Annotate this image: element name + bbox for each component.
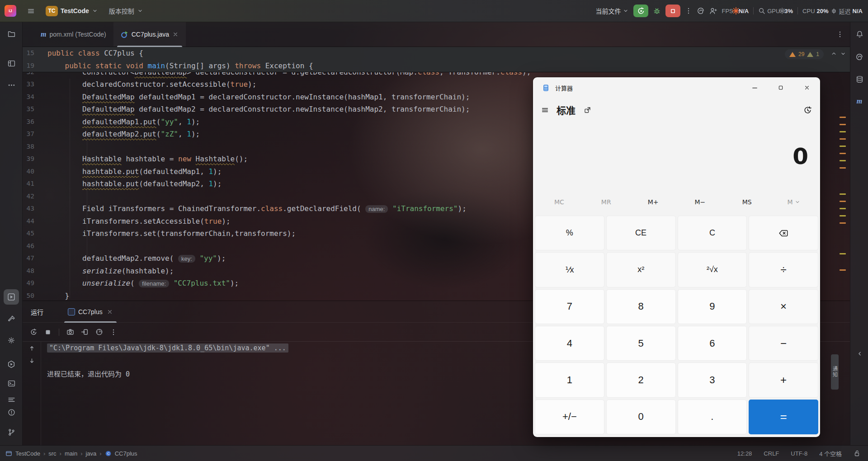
stripe-mark[interactable] bbox=[840, 131, 846, 132]
stop-button[interactable] bbox=[665, 5, 680, 17]
stripe-mark[interactable] bbox=[840, 160, 846, 161]
stripe-mark[interactable] bbox=[840, 215, 846, 216]
memory-key-m[interactable]: M bbox=[770, 194, 817, 210]
breadcrumb-item[interactable]: CC7plus bbox=[115, 450, 137, 457]
calc-key-[interactable]: % bbox=[535, 216, 604, 250]
keep-on-top-button[interactable] bbox=[580, 103, 594, 117]
calc-key-[interactable]: . bbox=[678, 400, 747, 434]
calc-key-4[interactable]: 4 bbox=[535, 326, 604, 361]
calc-key-x[interactable]: ²√x bbox=[678, 252, 747, 287]
tab-pom-xml-testcode-[interactable]: mpom.xml (TestCode) bbox=[33, 22, 113, 47]
calc-key-7[interactable]: 7 bbox=[535, 289, 604, 324]
sidebar-item-run[interactable] bbox=[4, 289, 19, 305]
sidebar-item-project[interactable] bbox=[4, 26, 19, 42]
memory-key-ms[interactable]: MS bbox=[723, 194, 770, 210]
run-console-tab[interactable]: CC7plus bbox=[61, 301, 119, 322]
sidebar-item-structure[interactable] bbox=[4, 56, 19, 71]
calc-key-[interactable]: − bbox=[749, 326, 818, 361]
memory-key-mc[interactable]: MC bbox=[536, 194, 583, 210]
breadcrumb-item[interactable]: java bbox=[85, 450, 96, 457]
calc-key-2[interactable]: 2 bbox=[606, 362, 676, 397]
sidebar-item-git[interactable] bbox=[4, 424, 19, 440]
sidebar-item-ai-assistant[interactable] bbox=[852, 49, 867, 65]
calc-key-9[interactable]: 9 bbox=[678, 289, 747, 324]
calc-key-0[interactable]: 0 bbox=[606, 400, 676, 434]
sidebar-item-notifications[interactable] bbox=[852, 26, 867, 42]
history-button[interactable] bbox=[799, 102, 816, 118]
memory-key-m+[interactable]: M+ bbox=[630, 194, 677, 210]
stripe-mark[interactable] bbox=[840, 138, 846, 140]
stripe-mark[interactable] bbox=[840, 193, 846, 195]
calc-key-[interactable]: + bbox=[749, 362, 818, 397]
tab-cc7plus-java[interactable]: CC7plus.java bbox=[113, 22, 186, 47]
stripe-mark[interactable] bbox=[840, 153, 846, 154]
sidebar-item-services[interactable] bbox=[4, 357, 19, 372]
breadcrumb-item[interactable]: main bbox=[65, 450, 77, 457]
calc-key-CE[interactable]: CE bbox=[606, 216, 676, 250]
calc-key-8[interactable]: 8 bbox=[606, 289, 676, 324]
error-stripe[interactable] bbox=[840, 47, 847, 301]
run-button[interactable] bbox=[633, 5, 648, 17]
status-item[interactable]: UTF-8 bbox=[791, 450, 807, 457]
stop-button[interactable] bbox=[42, 326, 54, 339]
vcs-widget[interactable]: 版本控制 bbox=[105, 4, 147, 18]
sidebar-item-more-tools[interactable] bbox=[4, 77, 19, 93]
memory-key-m−[interactable]: M− bbox=[676, 194, 723, 210]
sidebar-item-terminal[interactable] bbox=[4, 376, 19, 391]
calc-key-[interactable]: = bbox=[749, 400, 818, 434]
project-widget[interactable]: TC TestCode bbox=[42, 4, 102, 18]
rerun-button[interactable] bbox=[27, 326, 40, 339]
minimize-button[interactable] bbox=[741, 77, 768, 98]
close-icon[interactable] bbox=[107, 309, 113, 315]
search-icon[interactable] bbox=[758, 7, 765, 14]
import-console-button[interactable] bbox=[78, 326, 91, 339]
stripe-mark[interactable] bbox=[840, 124, 846, 125]
stripe-mark[interactable] bbox=[840, 117, 846, 118]
inspections-widget[interactable]: 29 1 bbox=[785, 49, 824, 59]
stripe-mark[interactable] bbox=[840, 269, 846, 271]
stripe-mark[interactable] bbox=[840, 222, 846, 224]
notifications-vertical-tab[interactable]: 通知 bbox=[831, 354, 839, 390]
calc-key-x[interactable]: x² bbox=[606, 252, 676, 287]
stripe-mark[interactable] bbox=[840, 201, 846, 202]
calc-key-C[interactable]: C bbox=[678, 216, 747, 250]
sidebar-item-collapse[interactable] bbox=[852, 346, 867, 361]
status-item[interactable]: 12:28 bbox=[737, 450, 752, 457]
sidebar-item-problems[interactable] bbox=[4, 405, 19, 420]
close-icon[interactable] bbox=[172, 31, 179, 38]
lock-open-icon[interactable] bbox=[854, 450, 861, 457]
stripe-mark[interactable] bbox=[840, 146, 846, 147]
stripe-mark[interactable] bbox=[840, 253, 846, 254]
memory-key-mr[interactable]: MR bbox=[583, 194, 630, 210]
tab-options-icon[interactable] bbox=[836, 31, 844, 38]
calc-key-1[interactable]: 1 bbox=[535, 362, 604, 397]
arrow-down-icon[interactable] bbox=[28, 358, 35, 364]
previous-warning-icon[interactable] bbox=[830, 50, 837, 57]
screenshot-button[interactable] bbox=[64, 326, 76, 339]
calc-key-[interactable]: × bbox=[749, 289, 818, 324]
sidebar-item-database[interactable] bbox=[852, 71, 867, 87]
main-menu-button[interactable] bbox=[24, 4, 38, 18]
sidebar-item-gradle[interactable] bbox=[4, 333, 19, 348]
close-button[interactable] bbox=[794, 77, 820, 98]
stripe-mark[interactable] bbox=[840, 208, 846, 209]
status-item[interactable]: 4 个空格 bbox=[819, 449, 842, 458]
breadcrumb-item[interactable]: TestCode bbox=[15, 450, 40, 457]
run-configuration-selector[interactable]: 当前文件 bbox=[595, 6, 629, 15]
more-actions-icon[interactable] bbox=[685, 7, 692, 14]
arrow-up-icon[interactable] bbox=[28, 345, 35, 352]
calc-key-[interactable]: +/− bbox=[535, 400, 604, 434]
calc-key-[interactable]: ÷ bbox=[749, 252, 818, 287]
calc-key-6[interactable]: 6 bbox=[678, 326, 747, 361]
calculator-titlebar[interactable]: 计算器 bbox=[533, 77, 820, 98]
more-options-button[interactable] bbox=[107, 326, 120, 339]
calc-key-x[interactable]: ⅟x bbox=[535, 252, 604, 287]
breadcrumb-item[interactable]: src bbox=[48, 450, 56, 457]
calc-key-[interactable] bbox=[749, 216, 818, 250]
stripe-mark[interactable] bbox=[840, 167, 846, 169]
code-with-me-icon[interactable] bbox=[709, 7, 717, 15]
calc-key-3[interactable]: 3 bbox=[678, 362, 747, 397]
sidebar-item-build[interactable] bbox=[4, 311, 19, 326]
calculator-menu-button[interactable] bbox=[537, 102, 553, 118]
ai-assistant-icon[interactable] bbox=[697, 7, 705, 15]
